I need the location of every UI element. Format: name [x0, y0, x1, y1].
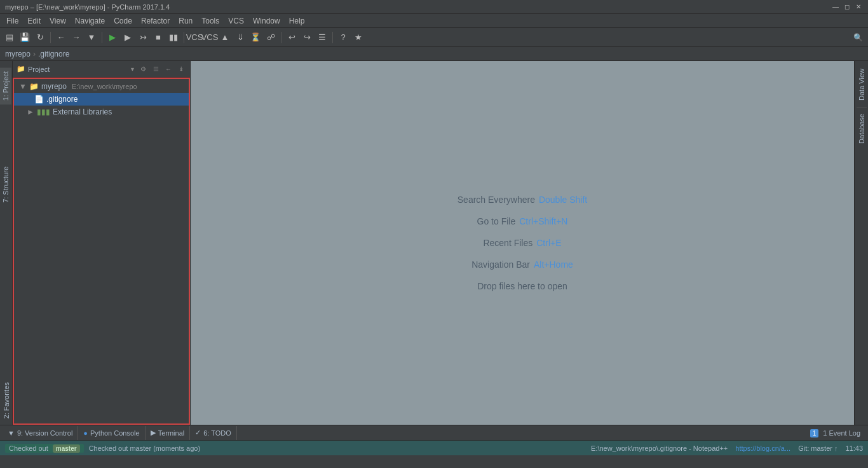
status-time: 11:43 — [845, 444, 863, 452]
sidebar-item-project[interactable]: 1: Project — [0, 67, 11, 104]
folder-icon: 📁 — [29, 82, 39, 91]
tree-item-external-libs[interactable]: ► ▮▮▮ External Libraries — [14, 106, 189, 118]
project-header: 📁 Project ▼ ⚙ ☰ ← ↡ — [13, 61, 190, 78]
menu-file[interactable]: File — [3, 15, 22, 27]
toolbar-history-btn[interactable]: ⏳ — [248, 31, 262, 45]
minimize-button[interactable]: — — [831, 3, 840, 11]
project-panel: 📁 Project ▼ ⚙ ☰ ← ↡ ▼ 📁 myrepo E:\new_wo… — [13, 61, 191, 425]
file-icon: 📄 — [34, 95, 44, 104]
toolbar-help-btn[interactable]: ? — [336, 31, 350, 45]
toolbar-run-btn[interactable]: ▶ — [105, 31, 119, 45]
hint-search-everywhere: Search Everywhere Double Shift — [458, 195, 587, 205]
menu-tools[interactable]: Tools — [198, 15, 223, 27]
toolbar-forward-btn[interactable]: → — [69, 31, 83, 45]
menu-refactor[interactable]: Refactor — [137, 15, 173, 27]
toolbar-diff-btn[interactable]: ☰ — [315, 31, 329, 45]
tab-todo[interactable]: ✓ 6: TODO — [190, 426, 237, 440]
hint-drop-files: Drop files here to open — [477, 281, 567, 291]
tab-data-view[interactable]: Data View — [856, 64, 867, 106]
tab-database[interactable]: Database — [856, 109, 867, 149]
gitignore-name: .gitignore — [46, 95, 78, 104]
toolbar-sep-1 — [50, 32, 51, 43]
tree-item-myrepo[interactable]: ▼ 📁 myrepo E:\new_work\myrepo — [14, 80, 189, 93]
menu-code[interactable]: Code — [110, 15, 136, 27]
hint-label-2: Go to File — [477, 216, 516, 226]
project-panel-title: Project — [28, 65, 127, 73]
tab-terminal[interactable]: ▶ Terminal — [146, 426, 191, 440]
close-button[interactable]: ✕ — [854, 3, 863, 11]
restore-button[interactable]: ◻ — [843, 3, 851, 11]
toolbar-commit-btn[interactable]: ▲ — [218, 31, 232, 45]
right-tabs-strip: Data View Database — [854, 61, 868, 425]
todo-label: 6: TODO — [203, 429, 231, 437]
hint-shortcut-3: Ctrl+E — [536, 238, 561, 248]
project-collapse-icon[interactable]: ← — [163, 64, 173, 74]
event-log-label: 1 Event Log — [823, 429, 860, 437]
repo-path: E:\new_work\myrepo — [72, 83, 137, 90]
toolbar-redo-btn[interactable]: ↪ — [300, 31, 314, 45]
version-control-label: 9: Version Control — [17, 429, 72, 437]
menu-vcs[interactable]: VCS — [224, 15, 248, 27]
toolbar-undo-btn[interactable]: ↩ — [285, 31, 299, 45]
project-settings-icon[interactable]: ⚙ — [138, 64, 148, 74]
status-git[interactable]: Git: master ↑ — [798, 444, 837, 452]
tree-item-gitignore[interactable]: 📄 .gitignore — [14, 93, 189, 106]
hint-goto-file: Go to File Ctrl+Shift+N — [477, 216, 568, 226]
toolbar-save-btn[interactable]: 💾 — [18, 31, 32, 45]
toolbar-sep-4 — [281, 32, 281, 43]
toolbar-branch-btn[interactable]: ☍ — [264, 31, 278, 45]
project-title-dropdown[interactable]: ▼ — [130, 66, 135, 72]
event-log-badge: 1 — [810, 429, 819, 437]
hint-label-3: Recent Files — [483, 238, 532, 248]
hint-label-4: Navigation Bar — [471, 259, 530, 270]
hint-shortcut-2: Ctrl+Shift+N — [519, 216, 567, 226]
hint-shortcut-4: Alt+Home — [534, 259, 573, 270]
toolbar-sep-3 — [184, 32, 184, 43]
toolbar-vcs1-btn[interactable]: VCS — [187, 31, 201, 45]
toolbar-step-btn[interactable]: ↣ — [136, 31, 150, 45]
project-sort-icon[interactable]: ☰ — [151, 64, 161, 74]
sidebar-item-structure[interactable]: 7: Structure — [0, 163, 11, 207]
status-filepath[interactable]: E:\new_work\myrepo\.gitignore - Notepad+… — [591, 444, 728, 452]
menu-navigate[interactable]: Navigate — [71, 15, 109, 27]
breadcrumb-part-2[interactable]: .gitignore — [38, 50, 69, 59]
toolbar-tips-btn[interactable]: ★ — [351, 31, 365, 45]
menu-window[interactable]: Window — [249, 15, 284, 27]
toolbar-search-btn[interactable]: 🔍 — [850, 31, 865, 45]
menu-edit[interactable]: Edit — [24, 15, 44, 27]
sidebar-item-favorites[interactable]: 2: Favorites — [1, 378, 12, 422]
toolbar-back-btn[interactable]: ← — [54, 31, 68, 45]
title-bar: myrepo – [E:\new_work\myrepo] - PyCharm … — [0, 0, 868, 14]
menu-help[interactable]: Help — [285, 15, 309, 27]
status-right-area: E:\new_work\myrepo\.gitignore - Notepad+… — [591, 444, 863, 452]
hint-label-5: Drop files here to open — [477, 281, 567, 291]
status-link[interactable]: https://blog.cn/a... — [735, 444, 790, 452]
tab-version-control[interactable]: ▼ 9: Version Control — [3, 426, 78, 440]
toolbar-vcs2-btn[interactable]: VCS — [203, 31, 217, 45]
terminal-icon: ▶ — [151, 429, 156, 437]
bottom-right-area: 1 1 Event Log — [805, 428, 865, 438]
tab-python-console[interactable]: ● Python Console — [78, 426, 145, 440]
toolbar-pause-btn[interactable]: ▮▮ — [166, 31, 180, 45]
toolbar-dropdown-btn[interactable]: ▼ — [85, 31, 98, 45]
version-control-icon: ▼ — [8, 429, 15, 437]
bottom-tabs-bar: ▼ 9: Version Control ● Python Console ▶ … — [0, 425, 868, 440]
hint-nav-bar: Navigation Bar Alt+Home — [471, 259, 573, 270]
menu-view[interactable]: View — [46, 15, 70, 27]
python-console-label: Python Console — [90, 429, 140, 437]
arrow-down-icon: ▼ — [19, 82, 27, 91]
toolbar-sync-btn[interactable]: ↻ — [33, 31, 47, 45]
toolbar-update-btn[interactable]: ⇓ — [233, 31, 247, 45]
project-expand-icon[interactable]: ↡ — [176, 64, 186, 74]
breadcrumb-part-1[interactable]: myrepo — [5, 50, 31, 59]
main-area: 1: Project 7: Structure 📁 Project ▼ ⚙ ☰ … — [0, 61, 868, 425]
status-message: Checked out master (moments ago) — [89, 444, 200, 452]
project-folder-icon: 📁 — [17, 65, 25, 73]
checked-out-indicator: Checked out master — [5, 444, 84, 453]
toolbar-project-btn[interactable]: ▤ — [3, 31, 17, 45]
menu-run[interactable]: Run — [175, 15, 196, 27]
toolbar-debug-btn[interactable]: ▶ — [121, 31, 135, 45]
editor-area: Search Everywhere Double Shift Go to Fil… — [191, 61, 854, 425]
toolbar-stop-btn[interactable]: ■ — [151, 31, 165, 45]
event-log-button[interactable]: 1 1 Event Log — [805, 428, 865, 438]
